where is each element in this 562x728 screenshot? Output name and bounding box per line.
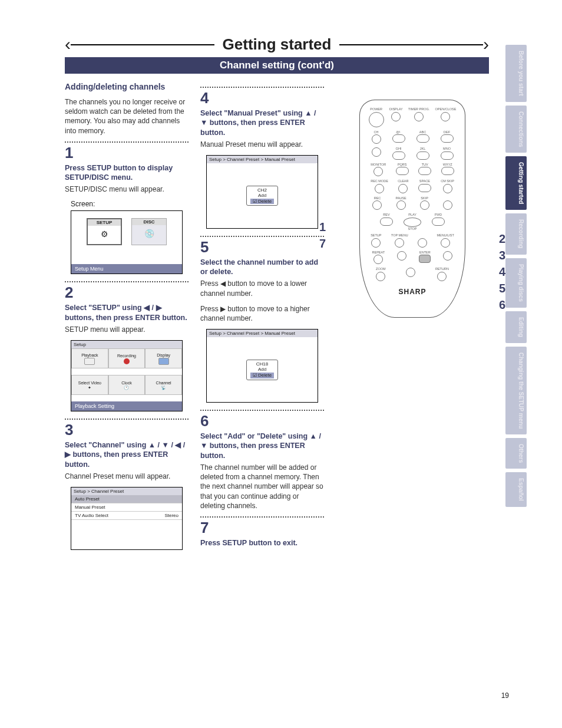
step-number: 5 [200, 238, 324, 256]
rev-button[interactable] [380, 218, 393, 226]
step-title: Select the channel number to add or dele… [200, 258, 324, 277]
tab-setup-menu[interactable]: Changing the SETUP menu [505, 347, 527, 434]
tab-before-you-start[interactable]: Before you start [505, 45, 527, 102]
monitor-button[interactable] [373, 167, 383, 176]
num-5-button[interactable] [416, 151, 429, 160]
skip-next-button[interactable] [443, 200, 452, 210]
num-6-button[interactable] [441, 151, 454, 160]
topmenu-button[interactable] [395, 238, 404, 248]
num-2-button[interactable] [416, 134, 429, 143]
mock-header: Setup > Channel Preset > Manual Preset [207, 330, 318, 337]
screen-mock-setup-disc: SETUP ⚙ DISC 💿 Setup Menu [71, 210, 183, 274]
num-4-button[interactable] [392, 151, 405, 160]
up-button[interactable] [418, 238, 427, 248]
separator [200, 410, 324, 411]
open-close-button[interactable] [441, 112, 450, 121]
cmskip-button[interactable] [443, 184, 452, 193]
ch-down-button[interactable] [372, 147, 381, 157]
section-title: Getting started [214, 35, 340, 54]
tile-setup: SETUP ⚙ [87, 218, 122, 245]
down-button[interactable] [406, 268, 415, 277]
pause-button[interactable] [396, 200, 406, 210]
mock-footer: Setup Menu [71, 264, 182, 274]
grid-cell: Clock🕐 [108, 375, 146, 395]
step-number: 6 [200, 412, 324, 430]
tab-playing-discs[interactable]: Playing discs [505, 258, 527, 308]
step-title: Press SETUP button to exit. [200, 538, 324, 548]
mock-header: Setup [71, 341, 182, 348]
num-7-button[interactable] [396, 167, 409, 175]
list-row: Manual Preset [71, 503, 182, 512]
chevron-right-icon: › [483, 38, 489, 50]
left-button[interactable] [397, 251, 406, 261]
callout-num: 1 [319, 219, 326, 235]
ch-up-button[interactable] [372, 134, 381, 144]
screen-mock-channel-preset: Setup > Channel Preset Auto Preset Manua… [71, 487, 183, 550]
timer-prog-button[interactable] [414, 112, 424, 121]
list-row: TV Audio SelectStereo [71, 512, 182, 520]
tab-editing[interactable]: Editing [505, 311, 527, 343]
tab-connections[interactable]: Connections [505, 106, 527, 153]
callout-num: 5 [499, 280, 505, 297]
channel-box: CH2 Add ☑ Delete [246, 186, 278, 206]
step-text: The channel number will be added or dele… [200, 463, 324, 510]
menulist-button[interactable] [441, 238, 450, 248]
step-text: Press ◀ button to move to a lower channe… [200, 279, 324, 298]
step-text: Press ▶ button to move to a higher chann… [200, 304, 324, 323]
screen-mock-manual-preset-1: Setup > Channel Preset > Manual Preset C… [206, 155, 318, 229]
num-8-button[interactable] [418, 167, 431, 175]
step-title: Select "Manual Preset" using ▲ / ▼ butto… [200, 108, 324, 137]
tab-recording[interactable]: Recording [505, 213, 527, 254]
step-title: Select "Add" or "Delete" using ▲ / ▼ but… [200, 431, 324, 460]
rule [71, 44, 214, 45]
step-text: Manual Preset menu will appear. [200, 140, 324, 149]
page-content: ‹ Getting started › Channel setting (con… [65, 35, 489, 557]
display-button[interactable] [391, 112, 401, 121]
num-1-button[interactable] [392, 134, 405, 143]
mock-footer: Playback Setting [71, 401, 182, 411]
tab-getting-started[interactable]: Getting started [505, 156, 527, 210]
power-button[interactable] [369, 112, 384, 127]
step-number: 4 [200, 89, 324, 107]
screen-caption: Screen: [71, 200, 189, 208]
rec-button[interactable] [372, 200, 382, 210]
separator [65, 419, 189, 420]
num-9-button[interactable] [441, 167, 454, 175]
callout-num: 3 [499, 247, 505, 263]
setup-button[interactable] [371, 238, 381, 248]
disc-icon: 💿 [132, 225, 166, 238]
enter-button[interactable] [419, 255, 431, 263]
step-text: SETUP/DISC menu will appear. [65, 185, 189, 194]
fwd-button[interactable] [432, 218, 445, 226]
num-0-button[interactable] [418, 184, 431, 192]
return-button[interactable] [437, 272, 447, 281]
tab-others[interactable]: Others [505, 438, 527, 469]
step-text: Channel Preset menu will appear. [65, 472, 189, 481]
column-left: Adding/deleting channels The channels yo… [65, 82, 189, 557]
zoom-button[interactable] [376, 272, 385, 281]
step-number: 3 [65, 421, 189, 439]
right-button[interactable] [443, 251, 452, 261]
separator [200, 87, 324, 88]
num-3-button[interactable] [441, 134, 454, 143]
columns: Adding/deleting channels The channels yo… [65, 82, 489, 557]
subsection-title: Channel setting (cont'd) [65, 57, 489, 74]
tab-espanol[interactable]: Español [505, 472, 527, 507]
record-icon [124, 358, 130, 364]
callout-num: 7 [319, 235, 326, 252]
clear-button[interactable] [398, 184, 408, 193]
display-icon [158, 358, 169, 365]
repeat-button[interactable] [373, 255, 383, 264]
check-icon: ☑ [253, 199, 257, 204]
step-title: Select "Channel" using ▲ / ▼ / ◀ / ▶ but… [65, 440, 189, 469]
recmode-button[interactable] [375, 184, 384, 193]
separator [200, 236, 324, 237]
side-tabs: Before you start Connections Getting sta… [505, 45, 527, 507]
setup-icon: ⚙ [88, 226, 121, 239]
column-right: 1 7 2 3 4 5 6 POWER DISPLAY TIMER PROG. … [336, 82, 489, 557]
grid-cell: Playback [71, 348, 108, 368]
callout-num: 6 [499, 297, 505, 313]
play-button[interactable] [404, 218, 421, 227]
chevron-left-icon: ‹ [65, 38, 71, 50]
skip-prev-button[interactable] [420, 200, 429, 210]
